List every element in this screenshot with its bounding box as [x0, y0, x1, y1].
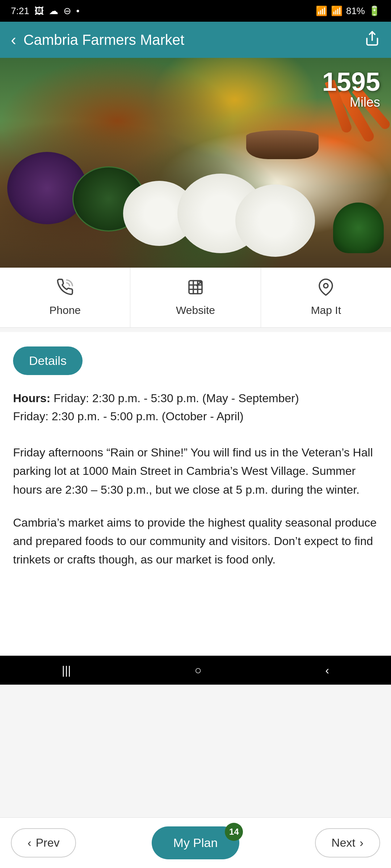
svg-point-4 [324, 284, 328, 288]
website-icon [187, 278, 204, 300]
basket [246, 130, 319, 159]
my-plan-badge: 14 [225, 823, 243, 841]
my-plan-label: My Plan [173, 836, 218, 850]
share-button[interactable] [364, 30, 380, 50]
status-right: 📶 📶 81% 🔋 [316, 5, 380, 17]
android-home-button[interactable]: ○ [194, 664, 201, 677]
android-nav-bar: ||| ○ ‹ [0, 656, 391, 685]
prev-button[interactable]: ‹ Prev [11, 828, 76, 858]
wifi-icon: 📶 [316, 5, 327, 17]
hours-line1: Friday: 2:30 p.m. - 5:30 p.m. (May - Sep… [50, 392, 299, 405]
hours-line2: Friday: 2:30 p.m. - 5:00 p.m. (October -… [13, 410, 244, 423]
map-icon [317, 278, 335, 300]
android-back-button[interactable]: ||| [62, 664, 71, 677]
status-left: 7:21 🖼 ☁ ⊖ • [11, 5, 80, 17]
status-bar: 7:21 🖼 ☁ ⊖ • 📶 📶 81% 🔋 [0, 0, 391, 22]
prev-chevron-icon: ‹ [28, 836, 31, 850]
next-label: Next [332, 836, 356, 850]
my-plan-button[interactable]: My Plan 14 [152, 826, 240, 859]
distance-unit: Miles [322, 95, 380, 110]
hours-label: Hours: [13, 392, 50, 405]
bottom-spacer [13, 583, 378, 641]
minus-circle-icon: ⊖ [63, 5, 71, 17]
broccoli [333, 203, 384, 253]
back-button[interactable]: ‹ [11, 31, 16, 49]
next-chevron-icon: › [360, 836, 363, 850]
signal-icon: 📶 [331, 5, 342, 17]
map-it-label: Map It [311, 304, 341, 316]
android-recents-button[interactable]: ‹ [325, 664, 329, 677]
phone-icon [56, 278, 74, 300]
phone-label: Phone [49, 304, 81, 316]
next-button[interactable]: Next › [315, 828, 380, 858]
photo-icon: 🖼 [34, 5, 44, 17]
content-area: Details Hours: Friday: 2:30 p.m. - 5:30 … [0, 332, 391, 656]
description-paragraph-1: Friday afternoons “Rain or Shine!” You w… [13, 443, 378, 499]
distance-number: 1595 [322, 69, 380, 95]
battery-percent: 81% [346, 5, 365, 17]
hero-image: 1595 Miles [0, 58, 391, 268]
battery-icon: 🔋 [369, 5, 380, 17]
cloud-icon: ☁ [49, 5, 58, 17]
page-title: Cambria Farmers Market [24, 32, 185, 48]
description-paragraph-2: Cambria’s market aims to provide the hig… [13, 514, 378, 569]
time: 7:21 [11, 5, 29, 17]
distance-badge: 1595 Miles [322, 69, 380, 110]
map-it-button[interactable]: Map It [261, 268, 391, 327]
bottom-navigation: ‹ Prev My Plan 14 Next › [0, 817, 391, 868]
website-button[interactable]: Website [130, 268, 261, 327]
details-button[interactable]: Details [13, 346, 83, 375]
action-buttons-row: Phone Website Map It [0, 268, 391, 328]
cauliflower-3 [235, 184, 315, 257]
prev-label: Prev [36, 836, 60, 850]
phone-button[interactable]: Phone [0, 268, 130, 327]
dot-icon: • [76, 5, 80, 17]
hours-section: Hours: Friday: 2:30 p.m. - 5:30 p.m. (Ma… [13, 390, 378, 425]
header-left: ‹ Cambria Farmers Market [11, 31, 184, 49]
website-label: Website [176, 304, 215, 316]
page-header: ‹ Cambria Farmers Market [0, 22, 391, 58]
